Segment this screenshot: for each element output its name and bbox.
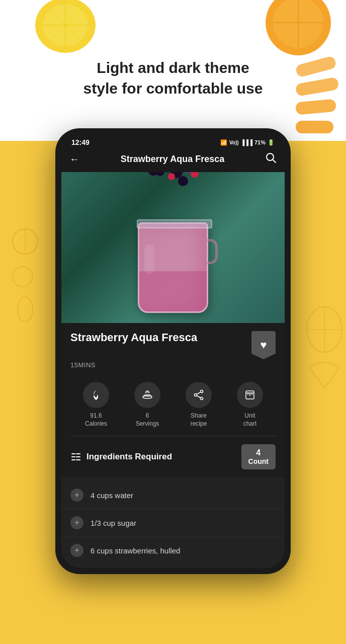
svg-rect-13 (296, 121, 333, 133)
calories-label: 91.6 Calories (85, 412, 107, 428)
left-decorations (3, 221, 48, 332)
jar-container (138, 222, 208, 313)
share-icon (193, 389, 205, 401)
jar-handle (205, 239, 218, 264)
status-time: 12:49 (71, 138, 90, 146)
signal-text: Vo)) (229, 140, 239, 145)
jar-body (138, 222, 208, 313)
recipe-image (61, 172, 285, 323)
svg-line-29 (197, 396, 201, 398)
phone-frame: 12:49 📶 Vo)) ▐▐▐ 71% 🔋 ← Strawberry Aqua… (55, 128, 291, 574)
svg-point-25 (201, 390, 203, 393)
recipe-title: Strawberry Aqua Fresca (70, 331, 251, 344)
svg-line-22 (273, 159, 276, 163)
ingredient-text-1: 4 cups water (91, 491, 133, 500)
plate-icon (141, 389, 153, 401)
ingredients-title-group: Ingredients Required (70, 451, 172, 462)
ingredient-text-3: 6 cups strawberries, hulled (91, 546, 180, 555)
ruler-icon (244, 389, 256, 401)
ingredients-section-title: Ingredients Required (86, 452, 172, 462)
count-badge: 4 Count (241, 444, 276, 469)
servings-label: 6 Servings (136, 412, 159, 428)
svg-point-17 (18, 297, 33, 322)
ingredient-add-button-3[interactable]: + (70, 544, 83, 557)
wifi-icon: 📶 (220, 139, 227, 146)
right-decorations (299, 302, 344, 392)
status-bar: 12:49 📶 Vo)) ▐▐▐ 71% 🔋 (61, 134, 285, 148)
svg-line-28 (197, 392, 201, 394)
servings-value: 6 (146, 412, 149, 419)
search-button[interactable] (266, 152, 277, 166)
servings-icon-circle (134, 382, 160, 408)
phone-wrapper: 12:49 📶 Vo)) ▐▐▐ 71% 🔋 ← Strawberry Aqua… (55, 128, 291, 574)
back-button[interactable]: ← (69, 153, 79, 165)
share-icon-circle[interactable] (186, 382, 212, 408)
flame-icon (90, 389, 102, 401)
unit-chart-icon-circle[interactable] (237, 382, 263, 408)
search-icon (266, 152, 277, 164)
jar-rim (137, 219, 212, 228)
phone-screen: 12:49 📶 Vo)) ▐▐▐ 71% 🔋 ← Strawberry Aqua… (61, 134, 285, 568)
recipe-header: Strawberry Aqua Fresca ♥ (70, 331, 276, 359)
ingredient-add-button-1[interactable]: + (70, 489, 83, 502)
unit-chart-label: Unitchart (243, 412, 257, 428)
ingredient-text-2: 1/3 cup sugar (91, 519, 136, 527)
share-action[interactable]: Sharerecipe (186, 382, 212, 428)
berries-decoration (140, 172, 206, 192)
ingredient-item: + 6 cups strawberries, hulled (61, 537, 285, 564)
svg-point-16 (13, 267, 33, 287)
heart-icon: ♥ (260, 339, 267, 352)
recipe-info: Strawberry Aqua Fresca ♥ 15MINS (61, 323, 285, 436)
battery-text: 71% (254, 139, 266, 145)
count-number: 4 (248, 448, 269, 457)
status-icons: 📶 Vo)) ▐▐▐ 71% 🔋 (220, 139, 275, 146)
nav-bar: ← Strawberry Aqua Fresca (61, 148, 285, 172)
ingredient-item: + 4 cups water (61, 481, 285, 509)
page-title: Strawberry Aqua Fresca (121, 154, 224, 165)
headline: Light and dark theme style for comfortab… (0, 58, 346, 99)
svg-point-26 (201, 397, 203, 400)
count-label: Count (248, 457, 269, 465)
ingredient-item: + 1/3 cup sugar (61, 509, 285, 537)
calories-action: 91.6 Calories (83, 382, 109, 428)
calories-value: 91.6 (90, 412, 102, 419)
ingredients-header: Ingredients Required 4 Count (61, 436, 285, 477)
favorite-button[interactable]: ♥ (251, 331, 276, 359)
battery-icon: 🔋 (268, 139, 275, 146)
ingredient-add-button-2[interactable]: + (70, 516, 83, 529)
smoothie-visual (123, 182, 223, 313)
share-label: Sharerecipe (191, 412, 207, 428)
servings-action: 6 Servings (134, 382, 160, 428)
svg-point-27 (195, 394, 197, 396)
calories-icon-circle (83, 382, 109, 408)
unit-chart-action[interactable]: Unitchart (237, 382, 263, 428)
list-icon (70, 451, 81, 462)
ingredients-list: + 4 cups water + 1/3 cup sugar + 6 cups … (61, 477, 285, 568)
lemon-decoration (33, 0, 98, 55)
svg-rect-12 (295, 99, 336, 115)
signal-bars: ▐▐▐ (241, 139, 252, 145)
actions-row: 91.6 Calories (70, 377, 276, 436)
recipe-time: 15MINS (70, 361, 276, 369)
